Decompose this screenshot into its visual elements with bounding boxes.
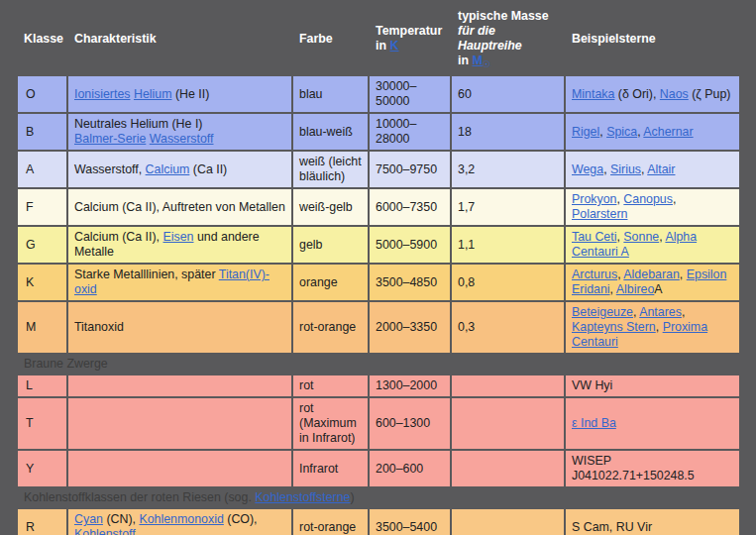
link-albireo[interactable]: Albireo [616,282,655,296]
cell-masse-R [451,508,565,535]
link-achernar[interactable]: Achernar [643,125,693,139]
cell-beispielsterne-B: Rigel, Spica, Achernar [565,113,740,151]
table-row-K: KStarke Metalllinien, später Titan(IV)-o… [17,264,740,301]
text-segment: S Cam, RU Vir [572,520,652,534]
link-kohlenstoffsterne[interactable]: Kohlenstoffsterne [255,490,350,504]
link-kohlenmonoxid[interactable]: Kohlenmonoxid [139,512,223,526]
text-segment: 6000–7350 [376,200,437,214]
cell-masse-L [451,374,565,397]
text-segment: L [26,378,33,392]
text-segment: blau-weiß [299,125,353,139]
link-prokyon[interactable]: Prokyon [572,192,616,206]
link-canopus[interactable]: Canopus [623,192,673,206]
cell-klasse-B: B [17,113,67,151]
cell-farbe-L: rot [292,374,369,397]
link-eisen[interactable]: Eisen [163,230,194,244]
table-row-B: BNeutrales Helium (He I)Balmer-Serie Was… [17,113,740,151]
link-spica[interactable]: Spica [606,125,637,139]
text-segment: 10000–28000 [376,117,416,146]
link-wasserstoff[interactable]: Wasserstoff [150,132,214,146]
link-sirius[interactable]: Sirius [610,162,641,176]
link-arcturus[interactable]: Arcturus [572,268,617,281]
text-segment: B [26,125,34,139]
link-calcium[interactable]: Calcium [146,162,190,176]
text-segment: Titanoxid [74,320,124,334]
cell-temperatur-R: 3500–5400 [369,508,451,535]
text-segment: in [376,39,389,53]
text-segment: rot-orange [299,520,356,534]
link-kohlenstoff[interactable]: Kohlenstoff [74,527,136,535]
text-segment: weiß-gelb [299,200,353,214]
link-ionisiertes[interactable]: Ionisiertes [74,87,130,101]
table-header: KlasseCharakteristikFarbeTemperaturin Kt… [17,2,740,75]
column-header-charakteristik: Charakteristik [67,2,292,75]
cell-klasse-T: T [17,397,67,450]
link-balmer-serie[interactable]: Balmer-Serie [74,132,146,146]
link-m[interactable]: M [472,54,482,67]
cell-temperatur-K: 3500–4850 [369,264,451,301]
cell-charakteristik-F: Calcium (Ca II), Auftreten von Metallen [67,188,292,226]
link-mintaka[interactable]: Mintaka [572,87,614,101]
link-k[interactable]: K [389,39,398,53]
cell-charakteristik-T [67,397,292,450]
cell-charakteristik-B: Neutrales Helium (He I)Balmer-Serie Wass… [67,113,292,151]
cell-charakteristik-R: Cyan (CN), Kohlenmonoxid (CO), Kohlensto… [67,508,292,535]
cell-beispielsterne-O: Mintaka (δ Ori), Naos (ζ Pup) [565,75,740,113]
text-segment: 3,2 [458,162,475,176]
cell-beispielsterne-R: S Cam, RU Vir [565,508,740,535]
cell-klasse-M: M [17,301,67,354]
text-segment: orange [299,275,338,289]
link-helium[interactable]: Helium [134,87,172,101]
text-segment: T [26,416,34,430]
link-naos[interactable]: Naos [660,87,689,101]
text-segment: gelb [299,238,322,252]
link-wega[interactable]: Wega [572,162,603,176]
cell-charakteristik-L [67,374,292,397]
page-background: KlasseCharakteristikFarbeTemperaturin Kt… [0,0,756,535]
cell-beispielsterne-A: Wega, Sirius, Altair [565,151,740,188]
cell-temperatur-Y: 200–600 [369,450,451,487]
link-beteigeuze[interactable]: Beteigeuze [572,305,633,319]
section-row-kohlenstoffklassen: Kohlenstoffklassen der roten Riesen (sog… [17,487,740,508]
link-rigel[interactable]: Rigel [572,125,599,139]
text-segment: Calcium (Ca II), [74,230,163,244]
text-segment: blau [299,87,322,101]
cell-klasse-R: R [17,508,67,535]
text-segment: typische Masse [458,9,549,23]
text-segment: in [458,54,472,67]
link-polarstern[interactable]: Polarstern [572,207,627,221]
cell-klasse-G: G [17,226,67,264]
link-tau-ceti[interactable]: Tau Ceti [572,230,616,244]
cell-charakteristik-M: Titanoxid [67,301,292,354]
cell-temperatur-F: 6000–7350 [369,188,451,226]
cell-temperatur-O: 30000–50000 [369,75,451,113]
link-text[interactable]: ☉ [483,54,490,67]
table-row-M: MTitanoxidrot-orange2000–33500,3Beteigeu… [17,301,740,354]
link-kapteyns-stern[interactable]: Kapteyns Stern [572,320,656,334]
link-antares[interactable]: Antares [639,305,682,319]
link-sonne[interactable]: Sonne [623,230,659,244]
text-segment: VW Hyi [572,378,612,392]
table-row-O: OIonisiertes Helium (He II)blau30000–500… [17,75,740,113]
cell-beispielsterne-M: Beteigeuze, Antares, Kapteyns Stern, Pro… [565,301,740,354]
cell-masse-O: 60 [451,75,565,113]
text-segment: ) [350,490,354,504]
text-segment: (ζ Pup) [689,87,731,101]
header-row: KlasseCharakteristikFarbeTemperaturin Kt… [17,2,740,75]
cell-beispielsterne-Y: WISEP J041022.71+150248.5 [565,450,740,487]
cell-farbe-A: weiß (leicht bläulich) [292,151,369,188]
cell-klasse-Y: Y [17,450,67,487]
link-ind-ba[interactable]: ε Ind Ba [572,416,616,430]
text-segment: 60 [458,87,472,101]
table-row-T: Trot (Maximum in Infrarot)600–1300ε Ind … [17,397,740,450]
text-segment: 2000–3350 [376,320,437,334]
column-header-farbe: Farbe [292,2,369,75]
cell-masse-B: 18 [451,113,565,151]
link-cyan[interactable]: Cyan [74,512,103,526]
link-aldebaran[interactable]: Aldebaran [623,268,680,281]
text-segment: Kohlenstoffklassen der roten Riesen (sog… [24,490,255,504]
section-row-braune-zwerge: Braune Zwerge [17,354,740,374]
text-segment: 600–1300 [376,416,430,430]
text-segment: Starke Metalllinien, später [74,268,219,281]
link-altair[interactable]: Altair [647,162,675,176]
